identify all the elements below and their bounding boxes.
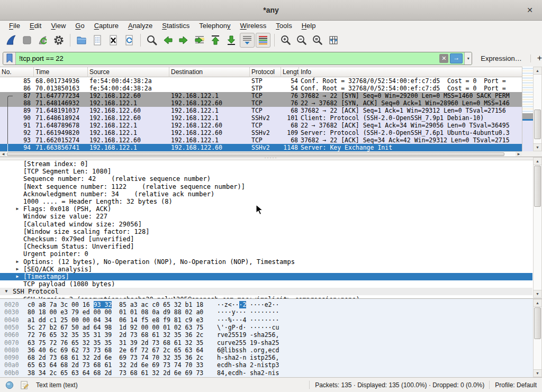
packet-list-hscroll-thumb[interactable] bbox=[7, 152, 504, 156]
detail-row[interactable]: TCP payload (1080 bytes) bbox=[0, 280, 532, 288]
column-header-source[interactable]: Source bbox=[88, 67, 169, 77]
hex-row-0090[interactable]: 009068 2d 73 68 61 32 2d 6e69 73 74 70 3… bbox=[0, 354, 532, 361]
close-file-button[interactable] bbox=[106, 33, 121, 48]
detail-row[interactable]: Checksum: 0x79ed [unverified] bbox=[0, 235, 532, 243]
go-last-button[interactable] bbox=[224, 33, 239, 48]
packet-list-vscrollbar[interactable]: ▲ ▼ bbox=[533, 67, 542, 151]
expression-button[interactable]: Expression… bbox=[481, 54, 521, 62]
packet-row-89[interactable]: 8971.648191037192.168.122.60192.168.122.… bbox=[0, 107, 522, 114]
packet-row-88[interactable]: 8871.648146932192.168.122.1192.168.122.6… bbox=[0, 99, 522, 107]
scroll-right-arrow-icon[interactable]: ▶ bbox=[516, 152, 522, 157]
column-header-protocol[interactable]: Protocol bbox=[250, 67, 281, 77]
hex-vscrollbar[interactable]: ▲ ▼ bbox=[533, 299, 542, 377]
hex-row-0030[interactable]: 003080 18 00 e3 79 ed 00 0001 01 08 0a d… bbox=[0, 308, 532, 316]
zoom-out-button[interactable] bbox=[294, 33, 309, 48]
find-packet-button[interactable] bbox=[144, 33, 159, 48]
detail-row[interactable]: [Window size scaling factor: 128] bbox=[0, 228, 532, 235]
detail-row[interactable]: [Checksum Status: Unverified] bbox=[0, 243, 532, 250]
detail-row[interactable]: ▶[SEQ/ACK analysis] bbox=[0, 266, 532, 273]
hex-row-00b0[interactable]: 00b038 34 2c 65 63 64 68 2d73 68 61 32 2… bbox=[0, 369, 532, 377]
hex-row-0060[interactable]: 006072 76 65 32 35 35 31 392d 73 68 61 3… bbox=[0, 331, 532, 339]
detail-row[interactable]: ▶Flags: 0x018 (PSH, ACK) bbox=[0, 205, 532, 213]
clear-filter-button[interactable]: ✕ bbox=[439, 54, 448, 63]
column-header-length[interactable]: Length bbox=[281, 67, 299, 77]
detail-row[interactable]: Urgent pointer: 0 bbox=[0, 250, 532, 258]
scroll-down-arrow-icon[interactable]: ▼ bbox=[534, 290, 541, 297]
close-window-button[interactable]: ✕ bbox=[525, 5, 535, 15]
detail-row[interactable]: Window size value: 227 bbox=[0, 213, 532, 220]
column-header-time[interactable]: Time bbox=[34, 67, 88, 77]
collapsed-arrow-icon[interactable]: ▶ bbox=[14, 273, 21, 280]
hex-row-00a0[interactable]: 00a065 63 64 68 2d 73 68 6132 2d 6e 69 7… bbox=[0, 361, 532, 369]
detail-row[interactable]: Acknowledgment number: 34 (relative ack … bbox=[0, 190, 532, 198]
detail-row[interactable]: ▶Options: (12 bytes), No-Operation (NOP)… bbox=[0, 258, 532, 266]
scroll-left-arrow-icon[interactable]: ◀ bbox=[0, 152, 6, 157]
restart-capture-button[interactable] bbox=[35, 33, 50, 48]
hex-row-0040[interactable]: 0040a1 dd c1 25 00 00 04 3406 14 f5 e8 f… bbox=[0, 316, 532, 324]
stop-capture-button[interactable] bbox=[20, 33, 34, 48]
menu-file[interactable]: File bbox=[4, 21, 25, 31]
go-to-packet-button[interactable] bbox=[192, 33, 207, 48]
menu-view[interactable]: View bbox=[46, 21, 70, 31]
details-vscrollbar[interactable]: ▲ ▼ bbox=[533, 157, 542, 298]
packet-row-87[interactable]: 8771.647777234192.168.122.60192.168.122.… bbox=[0, 92, 522, 99]
auto-scroll-button[interactable] bbox=[240, 33, 255, 48]
menu-statistics[interactable]: Statistics bbox=[157, 21, 194, 31]
packet-minimap[interactable] bbox=[522, 67, 533, 151]
packet-list-hscrollbar[interactable]: ◀ ▶ bbox=[0, 151, 522, 157]
zoom-original-button[interactable] bbox=[310, 33, 325, 48]
column-header-info[interactable]: Info bbox=[299, 67, 533, 77]
resize-columns-button[interactable] bbox=[326, 33, 341, 48]
zoom-in-button[interactable] bbox=[278, 33, 293, 48]
hex-row-0050[interactable]: 00505c 27 b2 67 50 ad 64 981d 92 00 00 0… bbox=[0, 324, 532, 331]
menu-edit[interactable]: Edit bbox=[25, 21, 46, 31]
scroll-down-arrow-icon[interactable]: ▼ bbox=[534, 143, 541, 151]
scroll-down-arrow-icon[interactable]: ▼ bbox=[534, 369, 541, 377]
expert-info-button[interactable] bbox=[4, 380, 15, 390]
hex-row-0020[interactable]: 0020c0 a8 7a 3c 00 16 93 3285 a3 ac c0 6… bbox=[0, 301, 532, 308]
packet-row-94[interactable]: 9471.663856741192.168.122.1192.168.122.6… bbox=[0, 144, 522, 151]
packet-row-85[interactable]: 8568.001734936fe:54:00:d4:38:2aSTP54Conf… bbox=[0, 77, 522, 85]
detail-row[interactable]: ▶[Timestamps] bbox=[0, 273, 532, 280]
add-filter-button[interactable]: + bbox=[537, 53, 542, 63]
hex-scroll-thumb[interactable] bbox=[534, 307, 541, 339]
detail-row[interactable]: ▼SSH Protocol bbox=[0, 288, 532, 295]
expanded-arrow-icon[interactable]: ▼ bbox=[3, 288, 10, 295]
packet-list-scroll-thumb[interactable] bbox=[534, 110, 541, 139]
packet-row-86[interactable]: 8670.013850163fe:54:00:d4:38:2aSTP54Conf… bbox=[0, 85, 522, 92]
menu-help[interactable]: Help bbox=[297, 21, 321, 31]
scroll-up-arrow-icon[interactable]: ▲ bbox=[534, 67, 541, 75]
menu-go[interactable]: Go bbox=[70, 21, 89, 31]
detail-row[interactable]: [Stream index: 0] bbox=[0, 160, 532, 168]
menu-wireless[interactable]: Wireless bbox=[236, 21, 272, 31]
menu-capture[interactable]: Capture bbox=[89, 21, 123, 31]
packet-row-90[interactable]: 9071.648618924192.168.122.60192.168.122.… bbox=[0, 114, 522, 122]
hex-row-0080[interactable]: 008036 40 6c 69 62 73 73 682e 6f 72 67 2… bbox=[0, 347, 532, 354]
detail-row[interactable]: [Calculated window size: 29056] bbox=[0, 221, 532, 228]
collapsed-arrow-icon[interactable]: ▶ bbox=[14, 205, 21, 213]
filter-bookmark-button[interactable] bbox=[3, 52, 16, 65]
details-scroll-thumb[interactable] bbox=[534, 166, 541, 207]
detail-row[interactable]: [Next sequence number: 1122 (relative se… bbox=[0, 183, 532, 190]
collapsed-arrow-icon[interactable]: ▶ bbox=[14, 258, 21, 266]
go-forward-button[interactable] bbox=[176, 33, 191, 48]
menu-analyze[interactable]: Analyze bbox=[123, 21, 157, 31]
collapsed-arrow-icon[interactable]: ▶ bbox=[14, 266, 21, 273]
apply-filter-button[interactable]: → bbox=[450, 53, 463, 63]
go-back-button[interactable] bbox=[160, 33, 175, 48]
save-file-button[interactable] bbox=[90, 33, 105, 48]
scroll-up-arrow-icon[interactable]: ▲ bbox=[534, 299, 541, 307]
packet-row-93[interactable]: 9371.662015274192.168.122.60192.168.122.… bbox=[0, 136, 522, 144]
packet-row-92[interactable]: 9271.661949820192.168.122.1192.168.122.6… bbox=[0, 129, 522, 136]
scroll-up-arrow-icon[interactable]: ▲ bbox=[534, 158, 541, 165]
filter-history-dropdown[interactable]: ▾ bbox=[464, 52, 472, 65]
menu-telephony[interactable]: Telephony bbox=[194, 21, 235, 31]
packet-row-91[interactable]: 9171.648789678192.168.122.1192.168.122.6… bbox=[0, 122, 522, 129]
capture-options-button[interactable] bbox=[51, 33, 66, 48]
filter-text[interactable]: !tcp.port == 22 bbox=[16, 54, 439, 62]
column-header-no[interactable]: No. bbox=[0, 67, 34, 77]
go-first-button[interactable] bbox=[208, 33, 223, 48]
column-header-destination[interactable]: Destination bbox=[169, 67, 250, 77]
display-filter-input[interactable]: !tcp.port == 22 ✕ → ▾ bbox=[3, 52, 472, 65]
open-file-button[interactable] bbox=[74, 33, 89, 48]
